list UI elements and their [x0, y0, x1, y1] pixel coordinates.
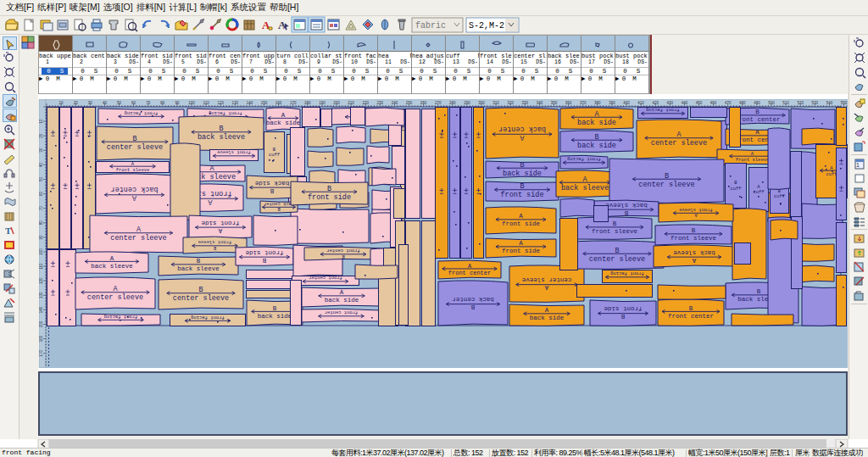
- svg-text:center sleeve: center sleeve: [522, 276, 572, 283]
- svg-text:fabric: fabric: [415, 21, 446, 31]
- svg-text:front center: front center: [309, 275, 342, 281]
- svg-text:B: B: [270, 187, 274, 194]
- svg-text:A: A: [755, 129, 760, 136]
- svg-text:B: B: [755, 109, 760, 115]
- svg-text:130: 130: [39, 292, 43, 298]
- svg-text:A: A: [110, 255, 114, 262]
- svg-text:A: A: [519, 240, 523, 247]
- svg-text:front center: front center: [734, 116, 780, 123]
- svg-text:front facing: front facing: [125, 110, 159, 116]
- svg-text:center sleeve: center sleeve: [107, 143, 163, 152]
- svg-text:B: B: [689, 305, 693, 312]
- svg-text:front sleeve: front sleeve: [217, 149, 251, 155]
- svg-text:front side: front side: [245, 249, 283, 256]
- svg-text:front sleeve: front sleeve: [116, 167, 150, 173]
- svg-text:center sleeve: center sleeve: [110, 234, 166, 242]
- svg-text:back side: back side: [258, 313, 292, 320]
- svg-text:back sleeve: back sleeve: [673, 249, 715, 256]
- svg-text:10: 10: [39, 119, 43, 124]
- svg-text:back center: back center: [452, 296, 494, 303]
- svg-text:front sleeve: front sleeve: [198, 239, 232, 245]
- svg-text:back side: back side: [577, 119, 616, 127]
- svg-text:front side: front side: [502, 248, 540, 254]
- svg-text:center sleeve: center sleeve: [651, 139, 707, 148]
- svg-text:B: B: [613, 220, 617, 227]
- svg-text:front center: front center: [668, 313, 714, 320]
- svg-text:T: T: [5, 226, 12, 236]
- svg-text:front facing: front facing: [191, 315, 225, 320]
- svg-text:back sleeve: back sleeve: [198, 133, 245, 142]
- svg-text:B: B: [624, 209, 628, 216]
- svg-text:cuff: cuff: [826, 171, 837, 177]
- svg-text:back sleeve: back sleeve: [91, 263, 133, 270]
- svg-text:front facing: front facing: [567, 156, 601, 162]
- svg-text:front center: front center: [325, 309, 359, 315]
- svg-text:front center: front center: [448, 270, 491, 276]
- svg-text:back side: back side: [255, 180, 290, 187]
- svg-text:center sleeve: center sleeve: [173, 294, 229, 303]
- svg-text:back sleeve: back sleeve: [177, 265, 220, 272]
- svg-text:A: A: [340, 289, 344, 296]
- svg-text:A: A: [692, 257, 696, 264]
- svg-text:50: 50: [39, 177, 43, 182]
- svg-text:cuff: cuff: [774, 193, 785, 199]
- svg-text:S-2,M-2: S-2,M-2: [469, 21, 504, 31]
- svg-text:front side: front side: [604, 305, 642, 312]
- svg-text:cuff: cuff: [269, 152, 280, 158]
- svg-text:B: B: [470, 304, 475, 310]
- svg-text:front facing: front facing: [104, 314, 138, 320]
- svg-text:B: B: [197, 258, 201, 265]
- svg-text:back side: back side: [266, 120, 301, 126]
- svg-text:back side: back side: [325, 297, 359, 304]
- svg-text:front side: front side: [502, 220, 540, 227]
- svg-text:front sleeve: front sleeve: [736, 157, 770, 163]
- svg-text:center sleeve: center sleeve: [87, 293, 143, 302]
- svg-text:A: A: [218, 227, 222, 234]
- svg-text:front center: front center: [326, 248, 360, 254]
- svg-text:170: 170: [39, 349, 43, 356]
- svg-text:back sleeve: back sleeve: [561, 184, 609, 192]
- svg-text:90: 90: [39, 235, 43, 240]
- svg-text:100: 100: [39, 248, 43, 255]
- svg-text:60: 60: [39, 192, 43, 197]
- svg-text:20: 20: [39, 133, 43, 138]
- svg-text:back side: back side: [503, 170, 542, 178]
- svg-text:front sleeve: front sleeve: [670, 235, 716, 242]
- svg-text:150: 150: [39, 320, 43, 327]
- svg-text:cuff: cuff: [753, 189, 764, 195]
- svg-text:70: 70: [39, 206, 43, 211]
- svg-text:A: A: [545, 307, 549, 314]
- svg-text:front side: front side: [201, 220, 239, 226]
- svg-text:center sleeve: center sleeve: [638, 181, 694, 189]
- svg-text:front facing: front facing: [610, 270, 644, 276]
- svg-text:back center: back center: [264, 201, 294, 207]
- svg-text:B: B: [692, 227, 696, 234]
- svg-text:back side: back side: [530, 315, 565, 321]
- svg-text:center sleeve: center sleeve: [589, 255, 645, 264]
- svg-text:80: 80: [39, 220, 43, 226]
- svg-text:110: 110: [39, 263, 43, 270]
- svg-text:A: A: [281, 112, 286, 119]
- svg-text:front facing: front facing: [646, 107, 680, 113]
- svg-text:B: B: [262, 257, 266, 264]
- svg-text:back sleeve: back sleeve: [605, 202, 648, 209]
- svg-text:B: B: [273, 305, 277, 312]
- svg-text:A: A: [519, 213, 523, 220]
- svg-text:front facing: front facing: [209, 110, 242, 116]
- svg-text:140: 140: [39, 306, 43, 313]
- svg-text:160: 160: [39, 335, 43, 342]
- svg-text:1: 1: [856, 162, 860, 168]
- svg-text:30: 30: [39, 148, 43, 153]
- svg-text:B: B: [757, 288, 761, 295]
- svg-text:back center: back center: [498, 125, 546, 133]
- svg-text:120: 120: [39, 277, 43, 284]
- svg-text:front sleeve: front sleeve: [679, 207, 713, 213]
- svg-text:front side: front side: [500, 191, 543, 199]
- svg-text:B: B: [620, 313, 625, 320]
- svg-text:front sleeve: front sleeve: [592, 228, 637, 235]
- svg-text:A: A: [544, 284, 548, 291]
- svg-text:front side: front side: [308, 193, 351, 202]
- svg-text:back side: back side: [577, 142, 616, 150]
- svg-text:back center: back center: [110, 185, 158, 193]
- svg-text:cuff: cuff: [730, 186, 741, 192]
